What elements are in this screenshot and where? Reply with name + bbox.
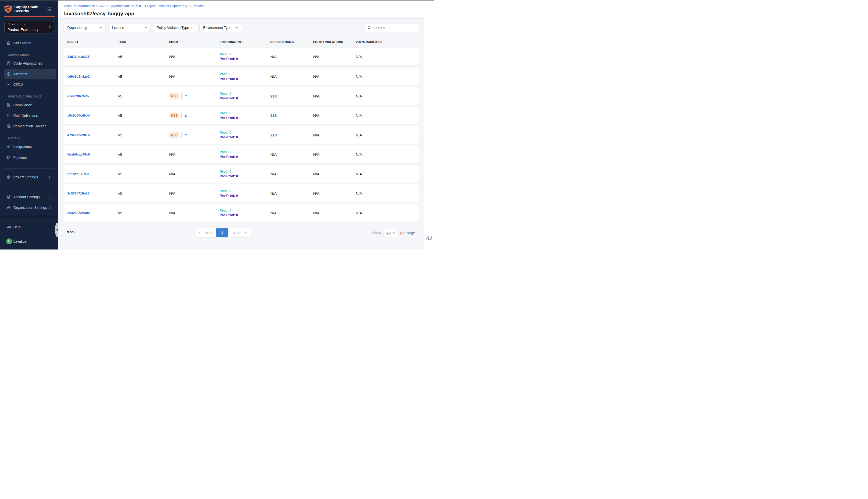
svg-text:?: ? [8,226,9,228]
